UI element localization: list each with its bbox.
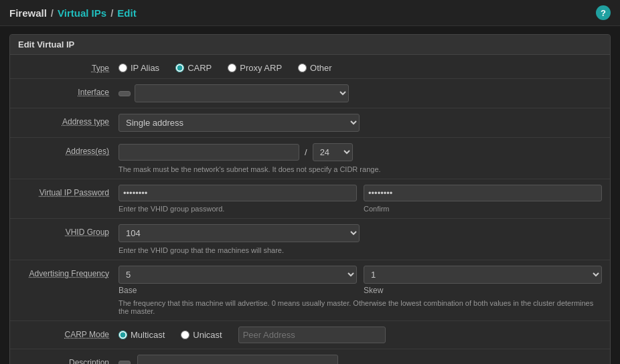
- type-row: Type IP Alias CARP Proxy ARP: [10, 55, 610, 79]
- confirm-col: Confirm: [364, 185, 602, 213]
- address-input-row: 10.48.4.254 / 8 16 24 32: [119, 143, 602, 161]
- type-option-ip-alias[interactable]: IP Alias: [119, 63, 159, 73]
- carp-mode-input-row: Multicast Unicast: [119, 327, 602, 343]
- vhid-group-help: Enter the VHID group that the machines w…: [119, 246, 602, 254]
- vhid-group-row: VHID Group 104 Enter the VHID group that…: [10, 219, 610, 260]
- type-controls: IP Alias CARP Proxy ARP Other: [119, 60, 602, 73]
- address-type-controls: Single address: [119, 114, 602, 132]
- cidr-separator: /: [305, 147, 307, 157]
- address-type-select[interactable]: Single address: [119, 114, 360, 132]
- virtual-ip-password-row: Virtual IP Password Enter the VHID group…: [10, 179, 610, 219]
- type-option-carp[interactable]: CARP: [175, 63, 212, 73]
- type-radio-ip-alias[interactable]: [119, 64, 127, 72]
- confirm-label: Confirm: [364, 205, 602, 213]
- base-col: 1234 567 8910 Base: [119, 266, 357, 295]
- adfreq-help: The frequency that this machine will adv…: [119, 299, 602, 315]
- skew-label: Skew: [364, 286, 602, 295]
- type-label: Type: [18, 60, 119, 73]
- breadcrumb: Firewall / Virtual IPs / Edit: [9, 7, 137, 19]
- password-input[interactable]: [119, 185, 357, 201]
- carp-mode-radio-multicast[interactable]: [119, 331, 127, 339]
- vhid-group-label: VHID Group: [18, 224, 119, 237]
- type-option-other[interactable]: Other: [298, 63, 332, 73]
- interface-label: Interface: [18, 84, 119, 97]
- description-tag: [119, 361, 131, 365]
- virtual-ip-password-controls: Enter the VHID group password. Confirm: [119, 185, 602, 213]
- password-help: Enter the VHID group password.: [119, 205, 357, 213]
- password-col: Enter the VHID group password.: [119, 185, 357, 213]
- description-controls: A description may be entered here for ad…: [119, 355, 602, 364]
- type-radio-proxy-arp[interactable]: [228, 64, 236, 72]
- carp-mode-label: CARP Mode: [18, 327, 119, 339]
- carp-mode-row: CARP Mode Multicast Unicast: [10, 321, 610, 349]
- type-radio-other[interactable]: [298, 64, 307, 72]
- advertising-frequency-label: Advertising Frequency: [18, 266, 119, 278]
- confirm-password-input[interactable]: [364, 185, 602, 201]
- virtual-ip-password-label: Virtual IP Password: [18, 185, 119, 197]
- type-label-carp: CARP: [187, 63, 212, 73]
- interface-row: Interface: [10, 79, 610, 108]
- breadcrumb-sep2: /: [110, 7, 113, 19]
- type-label-proxy-arp: Proxy ARP: [240, 63, 282, 73]
- peer-address-input[interactable]: [238, 327, 386, 343]
- addresses-row: Address(es) 10.48.4.254 / 8 16 24 32 The…: [10, 138, 610, 179]
- carp-mode-label-multicast: Multicast: [131, 330, 165, 340]
- description-row: Description A description may be entered…: [10, 349, 610, 364]
- carp-mode-label-unicast: Unicast: [193, 330, 222, 340]
- addresses-controls: 10.48.4.254 / 8 16 24 32 The mask must b…: [119, 143, 602, 173]
- base-label: Base: [119, 286, 357, 295]
- skew-select[interactable]: 012 345: [364, 266, 602, 284]
- cidr-select[interactable]: 8 16 24 32: [313, 143, 353, 161]
- addresses-help: The mask must be the network's subnet ma…: [119, 165, 602, 173]
- interface-input-row: [119, 84, 602, 102]
- carp-mode-radio-unicast[interactable]: [181, 331, 189, 339]
- header: Firewall / Virtual IPs / Edit ?: [0, 0, 620, 26]
- help-icon[interactable]: ?: [596, 5, 611, 20]
- interface-controls: [119, 84, 602, 102]
- carp-mode-unicast[interactable]: Unicast: [181, 330, 222, 340]
- edit-virtual-ip-card: Edit Virtual IP Type IP Alias CARP Pr: [9, 34, 611, 364]
- carp-mode-controls: Multicast Unicast: [119, 327, 602, 343]
- interface-select[interactable]: [135, 84, 349, 102]
- type-label-ip-alias: IP Alias: [131, 63, 159, 73]
- vhid-group-controls: 104 Enter the VHID group that the machin…: [119, 224, 602, 254]
- breadcrumb-firewall: Firewall: [9, 7, 47, 19]
- type-radio-group: IP Alias CARP Proxy ARP Other: [119, 60, 602, 73]
- skew-col: 012 345 Skew: [364, 266, 602, 295]
- breadcrumb-sep1: /: [51, 7, 54, 19]
- breadcrumb-virtual-ips[interactable]: Virtual IPs: [58, 7, 106, 19]
- base-select[interactable]: 1234 567 8910: [119, 266, 357, 284]
- main-content: Edit Virtual IP Type IP Alias CARP Pr: [0, 26, 620, 364]
- adfreq-input-row: 1234 567 8910 Base 012 345 Skew: [119, 266, 602, 295]
- interface-tag: [119, 91, 131, 96]
- breadcrumb-edit: Edit: [117, 7, 136, 19]
- advertising-frequency-row: Advertising Frequency 1234 567 8910 Base…: [10, 260, 610, 321]
- description-input[interactable]: [137, 355, 338, 364]
- vhid-group-select[interactable]: 104: [119, 224, 360, 242]
- address-type-row: Address type Single address: [10, 108, 610, 138]
- type-radio-carp[interactable]: [175, 64, 184, 72]
- password-input-row: Enter the VHID group password. Confirm: [119, 185, 602, 213]
- description-label: Description: [18, 355, 119, 364]
- type-option-proxy-arp[interactable]: Proxy ARP: [228, 63, 282, 73]
- advertising-frequency-controls: 1234 567 8910 Base 012 345 Skew: [119, 266, 602, 315]
- card-title: Edit Virtual IP: [10, 35, 610, 55]
- address-ip-input[interactable]: 10.48.4.254: [119, 144, 299, 161]
- carp-mode-multicast[interactable]: Multicast: [119, 330, 165, 340]
- addresses-label: Address(es): [18, 143, 119, 156]
- type-label-other: Other: [310, 63, 332, 73]
- address-type-label: Address type: [18, 114, 119, 126]
